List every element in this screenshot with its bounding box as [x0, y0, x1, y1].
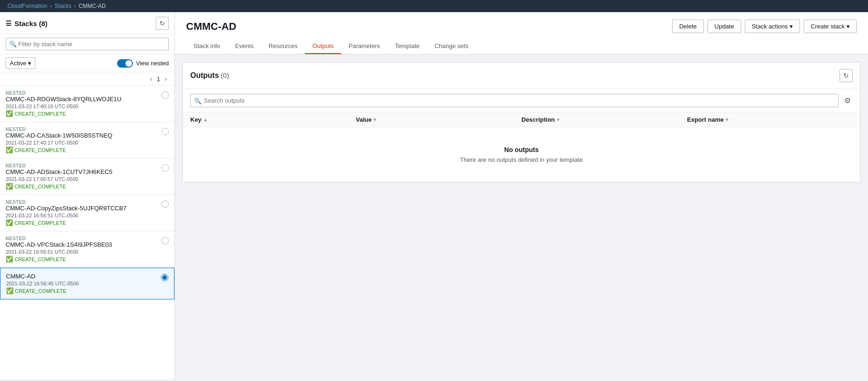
stack-list-item[interactable]: NESTED CMMC-AD-RDGWStack-8YQRLLWOJE1U 20…: [0, 86, 174, 122]
active-filter-dropdown[interactable]: Active ▾: [6, 57, 35, 69]
col-header-description: Description ▾: [521, 116, 687, 123]
tab-parameters[interactable]: Parameters: [341, 39, 388, 54]
page-title: CMMC-AD: [186, 21, 236, 33]
stack-status: ✅ CREATE_COMPLETE: [6, 146, 159, 153]
stack-status: ✅ CREATE_COMPLETE: [6, 183, 159, 190]
value-sort-icon[interactable]: ▾: [374, 117, 376, 122]
stack-status: ✅ CREATE_COMPLETE: [6, 287, 158, 294]
header-actions: Delete Update Stack actions ▾ Create sta…: [672, 20, 857, 33]
breadcrumb-sep-2: ›: [74, 3, 76, 9]
sidebar-controls: Active ▾ View nested: [0, 55, 174, 72]
stack-date: 2021-03-22 17:40:17 UTC-0500: [6, 140, 159, 145]
update-button[interactable]: Update: [708, 20, 741, 33]
outputs-header: Outputs (0) ↻: [183, 62, 860, 89]
stack-list-item[interactable]: NESTED CMMC-AD-CAStack-1W50ISB5STNEQ 202…: [0, 122, 174, 159]
stack-radio: [161, 274, 168, 281]
stack-status: ✅ CREATE_COMPLETE: [6, 110, 159, 117]
outputs-refresh-button[interactable]: ↻: [840, 69, 853, 82]
stack-radio: [161, 91, 169, 99]
sidebar-refresh-button[interactable]: ↻: [156, 17, 169, 30]
tab-change-sets[interactable]: Change sets: [427, 39, 476, 54]
outputs-search-input[interactable]: [190, 94, 839, 107]
status-check-icon: ✅: [6, 219, 13, 226]
stack-radio: [161, 201, 169, 208]
stack-radio: [161, 128, 169, 135]
radio-dot: [161, 164, 169, 172]
stack-list-item[interactable]: NESTED CMMC-AD-ADStack-1CUTV7JH6KEC5 202…: [0, 159, 174, 195]
prev-page-button[interactable]: ‹: [148, 74, 154, 83]
sidebar-search-section: 🔍: [0, 34, 174, 55]
stack-item-content: NESTED CMMC-AD-CopyZipsStack-5UJFQR9TCCB…: [6, 200, 159, 226]
stack-list: NESTED CMMC-AD-RDGWStack-8YQRLLWOJE1U 20…: [0, 86, 174, 379]
sidebar-title: ☰ Stacks (8): [6, 20, 48, 28]
tab-stack-info[interactable]: Stack info: [186, 39, 228, 54]
sidebar-pagination: ‹ 1 ›: [0, 72, 174, 86]
outputs-search-icon: 🔍: [194, 97, 201, 104]
col-header-export-name: Export name ▾: [687, 116, 853, 123]
view-nested-toggle-row: View nested: [117, 59, 169, 68]
breadcrumb: CloudFormation › Stacks › CMMC-AD: [0, 0, 868, 12]
no-outputs-section: No outputs There are no outputs defined …: [183, 127, 860, 182]
breadcrumb-cloudformation[interactable]: CloudFormation: [7, 3, 47, 9]
stack-date: 2021-03-22 16:56:51 UTC-0500: [6, 213, 159, 218]
stack-name: CMMC-AD-CAStack-1W50ISB5STNEQ: [6, 132, 159, 139]
no-outputs-desc: There are no outputs defined in your tem…: [190, 156, 853, 163]
stack-date: 2021-03-22 17:00:57 UTC-0500: [6, 176, 159, 182]
stack-item-content: NESTED CMMC-AD-RDGWStack-8YQRLLWOJE1U 20…: [6, 90, 159, 117]
sidebar-search-icon: 🔍: [9, 41, 17, 48]
tab-template[interactable]: Template: [388, 39, 427, 54]
stack-actions-arrow-icon: ▾: [790, 23, 793, 30]
status-check-icon: ✅: [6, 287, 14, 294]
tab-resources[interactable]: Resources: [261, 39, 305, 54]
stack-list-item[interactable]: NESTED CMMC-AD-VPCStack-1S4I9JPFSBE03 20…: [0, 231, 174, 268]
stack-radio: [161, 164, 169, 172]
stack-actions-button[interactable]: Stack actions ▾: [745, 20, 800, 33]
sidebar-search-input[interactable]: [6, 38, 169, 50]
stacks-icon: ☰: [6, 20, 12, 27]
nested-label: NESTED: [6, 90, 159, 96]
key-sort-icon[interactable]: ▲: [203, 117, 208, 122]
status-check-icon: ✅: [6, 146, 13, 153]
dropdown-arrow-icon: ▾: [28, 60, 31, 67]
sidebar: ☰ Stacks (8) ↻ 🔍 Active ▾ View nested ‹ …: [0, 12, 175, 379]
nested-label: NESTED: [6, 200, 159, 205]
stack-item-content: NESTED CMMC-AD-ADStack-1CUTV7JH6KEC5 202…: [6, 163, 159, 190]
col-header-key: Key ▲: [190, 116, 356, 123]
description-sort-icon[interactable]: ▾: [557, 117, 559, 122]
radio-dot: [161, 237, 169, 244]
status-check-icon: ✅: [6, 183, 13, 190]
outputs-panel: Outputs (0) ↻ 🔍 ⚙ Key ▲ Value: [182, 62, 861, 182]
main-content: CMMC-AD Delete Update Stack actions ▾ Cr…: [175, 12, 868, 379]
tab-outputs[interactable]: Outputs: [305, 39, 341, 54]
create-stack-button[interactable]: Create stack ▾: [804, 20, 857, 33]
stack-date: 2021-03-22 16:56:51 UTC-0500: [6, 249, 159, 255]
outputs-table-header: Key ▲ Value ▾ Description ▾ Export name …: [183, 112, 860, 127]
stack-list-item[interactable]: NESTED CMMC-AD-CopyZipsStack-5UJFQR9TCCB…: [0, 195, 174, 231]
export-name-sort-icon[interactable]: ▾: [726, 117, 728, 122]
no-outputs-title: No outputs: [190, 146, 853, 153]
next-page-button[interactable]: ›: [163, 74, 169, 83]
tabs-row: Stack info Events Resources Outputs Para…: [186, 39, 857, 54]
tab-events[interactable]: Events: [228, 39, 261, 54]
outputs-title: Outputs (0): [190, 71, 229, 80]
status-check-icon: ✅: [6, 110, 13, 117]
stack-item-content: NESTED CMMC-AD-VPCStack-1S4I9JPFSBE03 20…: [6, 236, 159, 263]
outputs-search-wrapper: 🔍: [190, 94, 839, 107]
outputs-settings-button[interactable]: ⚙: [842, 94, 853, 107]
stack-name: CMMC-AD-VPCStack-1S4I9JPFSBE03: [6, 241, 159, 248]
stack-status: ✅ CREATE_COMPLETE: [6, 256, 159, 263]
stack-date: 2021-03-22 16:56:45 UTC-0500: [6, 281, 158, 286]
stack-radio: [161, 237, 169, 244]
status-check-icon: ✅: [6, 256, 13, 263]
create-stack-arrow-icon: ▾: [847, 23, 850, 30]
stack-item-content: NESTED CMMC-AD-CAStack-1W50ISB5STNEQ 202…: [6, 127, 159, 153]
view-nested-toggle[interactable]: [117, 59, 133, 68]
radio-dot: [161, 91, 169, 99]
breadcrumb-stacks[interactable]: Stacks: [55, 3, 71, 9]
stack-list-item[interactable]: CMMC-AD 2021-03-22 16:56:45 UTC-0500 ✅ C…: [0, 268, 174, 299]
stack-name: CMMC-AD-RDGWStack-8YQRLLWOJE1U: [6, 96, 159, 103]
breadcrumb-current: CMMC-AD: [79, 3, 106, 9]
stack-name: CMMC-AD-ADStack-1CUTV7JH6KEC5: [6, 168, 159, 175]
delete-button[interactable]: Delete: [672, 20, 704, 33]
radio-dot: [161, 274, 168, 281]
